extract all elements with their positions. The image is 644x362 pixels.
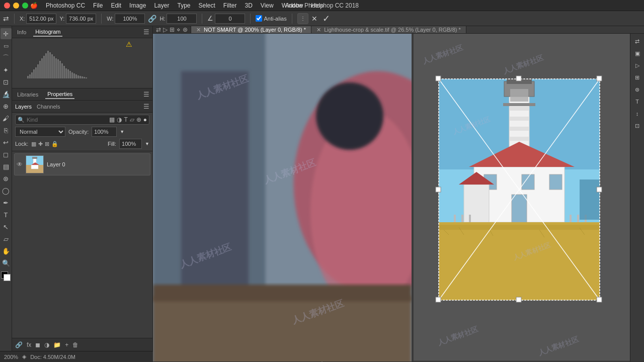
minimize-button[interactable] [13,3,19,9]
shape-filter-icon[interactable]: ▱ [130,116,134,123]
menu-type[interactable]: Type [177,2,190,9]
text-tool[interactable]: T [1,209,12,220]
fill-input[interactable] [119,139,142,149]
doc-tab-close-right[interactable]: ✕ [316,27,321,33]
menu-filter[interactable]: Filter [223,2,237,9]
type-filter-icon[interactable]: T [124,116,127,123]
properties-panel-menu[interactable]: ☰ [143,90,149,98]
dodge-tool[interactable]: ◯ [1,185,12,196]
lasso-tool[interactable]: ⌒ [1,52,12,63]
selection-tool[interactable]: ▭ [1,40,12,51]
layer-visibility-icon[interactable]: 👁 [17,161,23,168]
panel-icon-8[interactable]: ⊡ [632,120,643,131]
magic-wand-tool[interactable]: ✦ [1,64,12,75]
tab-histogram[interactable]: Histogram [33,28,62,37]
lock-all-icon[interactable]: 🔒 [51,141,58,147]
adjustment-filter-icon[interactable]: ◑ [117,116,122,123]
filter-toggle[interactable]: ● [143,116,147,123]
panel-icon-7[interactable]: ↕ [632,108,643,119]
panel-icon-4[interactable]: ⊞ [632,72,643,83]
layers-panel-menu[interactable]: ☰ [143,103,149,110]
tab-info[interactable]: Info [15,28,28,36]
angle-input[interactable] [215,14,245,24]
blur-tool[interactable]: ⊛ [1,173,12,184]
menu-window[interactable]: Window [282,2,303,9]
layer-kind-filter[interactable] [27,117,107,123]
content-aware-icon[interactable]: ⊛ [183,26,188,33]
lock-artboards-icon[interactable]: ⊠ [45,141,49,147]
hand-tool[interactable]: ✋ [1,245,12,256]
panel-icon-3[interactable]: ▷ [632,60,643,71]
panel-icon-5[interactable]: ⊛ [632,84,643,95]
doc-tab-lighthouse[interactable]: ✕ Lighthouse-crop & scale.tif @ 26.5% (L… [311,26,466,33]
pen-tool[interactable]: ✒ [1,197,12,208]
x-input[interactable] [26,14,56,24]
grid-icon[interactable]: ⊞ [170,26,175,33]
tab-libraries[interactable]: Libraries [15,90,40,99]
opacity-input[interactable] [92,127,117,137]
y-input[interactable] [66,14,96,24]
h-input[interactable] [167,14,197,24]
layer-mask-icon[interactable]: ◼ [35,341,40,348]
menu-view[interactable]: View [261,2,274,9]
menu-image[interactable]: Image [129,2,146,9]
doc-tab-close-left[interactable]: ✕ [196,27,201,33]
menu-3d[interactable]: 3D [245,2,253,9]
layer-new-icon[interactable]: + [65,341,68,348]
menu-select[interactable]: Select [198,2,215,9]
transform-icon[interactable]: ▷ [163,26,168,33]
w-input[interactable] [115,14,145,24]
panel-menu-icon[interactable]: ☰ [143,28,149,36]
healing-tool[interactable]: ⊕ [1,101,12,112]
left-canvas[interactable]: 人人素材社区 人人素材社区 人人素材社区 人人素材社区 [153,34,414,361]
layer-delete-icon[interactable]: 🗑 [72,341,78,348]
anti-alias-checkbox[interactable] [256,15,262,22]
lock-pixels-icon[interactable]: ▩ [31,141,36,147]
layer-link-icon[interactable]: 🔗 [15,341,23,348]
gradient-tool[interactable]: ▤ [1,161,12,172]
cancel-transform[interactable]: ✕ [311,15,317,23]
menu-photoshop[interactable]: Photoshop CC [46,2,85,9]
clone-tool[interactable]: ⎘ [1,125,12,136]
panel-icon-1[interactable]: ⇄ [632,36,643,47]
tab-channels[interactable]: Channels [37,104,60,110]
shape-tool[interactable]: ▱ [1,233,12,244]
layer-adjustment-icon[interactable]: ◑ [44,341,49,348]
menu-layer[interactable]: Layer [154,2,169,9]
warp-icon[interactable]: ⋮ [297,13,308,24]
maximize-button[interactable] [22,3,28,9]
commit-transform[interactable]: ✓ [323,13,330,24]
close-button[interactable] [4,3,10,9]
layer-search-bar[interactable]: 🔍 ▩ ◑ T ▱ ⊕ ● [15,115,149,125]
tab-properties[interactable]: Properties [45,90,74,99]
doc-tab-not-smart[interactable]: ✕ NOT SMART @ 200% (Layer 0, RGB/8) * [191,26,311,33]
layer-fx-icon[interactable]: fx [27,341,31,348]
path-selection-tool[interactable]: ↖ [1,221,12,232]
history-tool[interactable]: ↩ [1,137,12,148]
svg-rect-29 [503,103,535,106]
move-mode-icon[interactable]: ⇄ [156,26,161,33]
layer-item-0[interactable]: 👁 Layer 0 [14,153,150,175]
move-tool[interactable]: ✛ [1,28,12,39]
panel-icon-6[interactable]: T [632,96,643,107]
eyedropper-tool[interactable]: 🔬 [1,88,12,100]
menu-help[interactable]: Help [311,2,324,9]
foreground-color[interactable] [1,272,11,282]
eraser-tool[interactable]: ◻ [1,149,12,160]
layer-group-icon[interactable]: 📁 [53,341,61,348]
smart-filter-icon[interactable]: ⊕ [136,116,141,123]
menu-file[interactable]: File [93,2,103,9]
zoom-tool[interactable]: 🔍 [1,257,12,268]
right-canvas[interactable]: 人人素材社区 人人素材社区 人人素材社区 人人素材社区 [414,34,630,361]
menu-apple[interactable]: 🍎 [30,2,38,9]
brush-tool[interactable]: 🖌 [1,113,12,124]
menu-edit[interactable]: Edit [111,2,121,9]
lock-position-icon[interactable]: ✚ [38,141,43,147]
panel-icon-2[interactable]: ▣ [632,48,643,59]
document-tabs: ⇄ ▷ ⊞ ⋄ ⊛ ✕ NOT SMART @ 200% (Layer 0, R… [153,26,644,34]
crop-tool[interactable]: ⊡ [1,76,12,87]
blend-mode-select[interactable]: Normal [15,127,65,137]
warp-mode-icon[interactable]: ⋄ [177,26,181,33]
tab-layers[interactable]: Layers [15,104,32,110]
pixel-filter-icon[interactable]: ▩ [109,116,115,123]
